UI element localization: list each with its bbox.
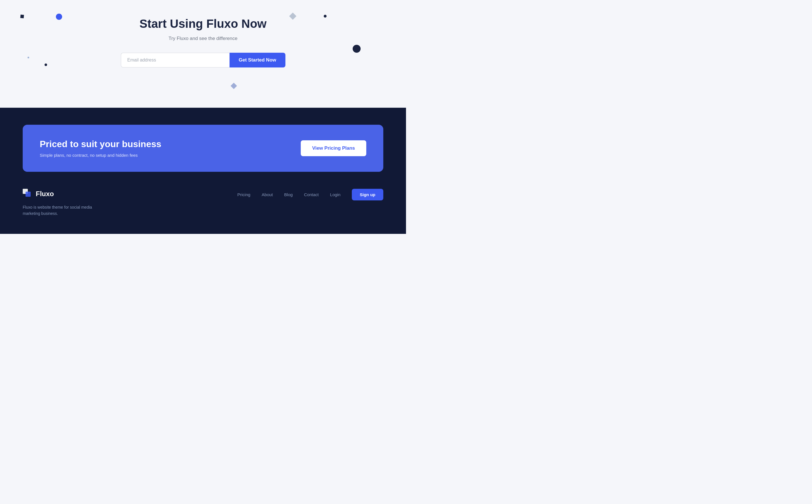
email-input[interactable] — [121, 53, 230, 67]
footer-signup-button[interactable]: Sign up — [352, 189, 383, 200]
hero-section: Start Using Fluxo Now Try Fluxo and see … — [0, 0, 406, 108]
hero-subtitle: Try Fluxo and see the difference — [6, 36, 400, 41]
footer-logo: Fluxo — [23, 189, 102, 199]
deco-dot-2 — [27, 57, 29, 58]
footer-brand: Fluxo Fluxo is website theme for social … — [23, 189, 102, 217]
footer-nav-pricing[interactable]: Pricing — [238, 192, 251, 197]
hero-title: Start Using Fluxo Now — [6, 17, 400, 31]
footer-nav-about[interactable]: About — [262, 192, 273, 197]
footer-nav-login[interactable]: Login — [330, 192, 341, 197]
deco-circle-2 — [353, 45, 361, 53]
deco-dot-3 — [45, 63, 47, 66]
pricing-banner-text: Priced to suit your business Simple plan… — [40, 139, 161, 158]
footer-description: Fluxo is website theme for social media … — [23, 204, 102, 217]
pricing-banner: Priced to suit your business Simple plan… — [23, 125, 383, 172]
logo-icon — [23, 189, 33, 199]
pricing-banner-description: Simple plans, no contract, no setup and … — [40, 153, 161, 158]
footer-brand-name: Fluxo — [36, 190, 54, 198]
get-started-button[interactable]: Get Started Now — [230, 53, 285, 67]
footer-nav-contact[interactable]: Contact — [304, 192, 319, 197]
footer-nav-blog[interactable]: Blog — [284, 192, 293, 197]
hero-form: Get Started Now — [121, 53, 286, 67]
footer: Fluxo Fluxo is website theme for social … — [0, 172, 406, 234]
footer-nav: Pricing About Blog Contact Login Sign up — [238, 189, 384, 200]
footer-content: Fluxo Fluxo is website theme for social … — [23, 189, 383, 217]
pricing-banner-title: Priced to suit your business — [40, 139, 161, 149]
deco-diamond-2 — [231, 83, 237, 89]
svg-rect-1 — [26, 192, 31, 197]
view-pricing-button[interactable]: View Pricing Plans — [301, 140, 366, 156]
